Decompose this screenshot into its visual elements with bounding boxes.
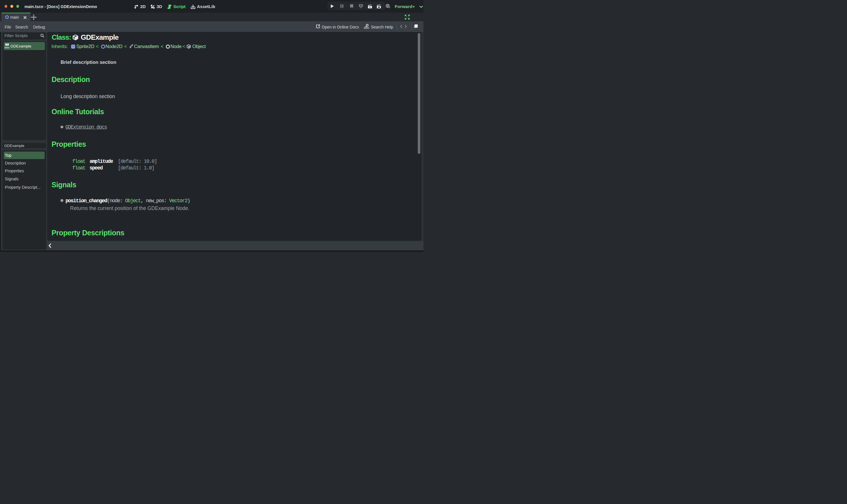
svg-text:DOC: DOC (5, 46, 10, 49)
svg-text:DOC: DOC (364, 26, 369, 29)
